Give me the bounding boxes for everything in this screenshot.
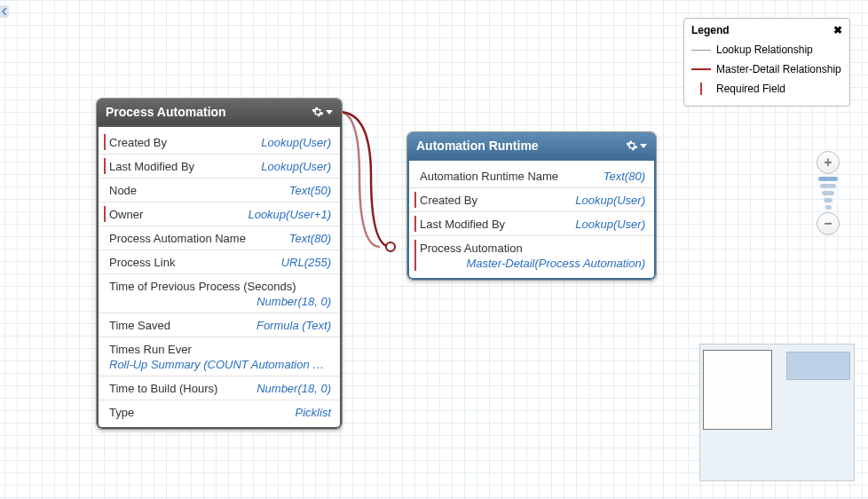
field-name: Automation Runtime Name: [420, 170, 558, 183]
field-row[interactable]: Time of Previous Process (Seconds)Number…: [99, 273, 340, 313]
required-mark-icon: [700, 83, 702, 95]
field-name: Process Link: [109, 256, 175, 269]
entity-fields: Created ByLookup(User)Last Modified ByLo…: [97, 125, 342, 429]
entity-menu-button[interactable]: [626, 139, 647, 152]
field-row[interactable]: Times Run EverRoll-Up Summary (COUNT Aut…: [99, 337, 340, 376]
field-row[interactable]: Time to Build (Hours)Number(18, 0): [99, 376, 340, 400]
field-name: Created By: [420, 194, 477, 207]
field-row[interactable]: TypePicklist: [99, 400, 340, 424]
zoom-in-button[interactable]: +: [817, 151, 840, 174]
legend-title: Legend: [691, 24, 730, 36]
entity-process-automation[interactable]: Process Automation Created ByLookup(User…: [96, 98, 343, 430]
field-type: Text(80): [289, 232, 331, 245]
field-type: Roll-Up Summary (COUNT Automation Runtim…: [109, 358, 331, 371]
field-type: Master-Detail(Process Automation): [420, 257, 645, 270]
legend-label: Lookup Relationship: [716, 44, 813, 56]
field-row[interactable]: Last Modified ByLookup(User): [99, 154, 340, 178]
field-name: Times Run Ever: [109, 343, 192, 356]
entity-menu-button[interactable]: [312, 106, 333, 118]
field-name: Node: [109, 184, 137, 197]
legend-row-master-detail: Master-Detail Relationship: [691, 59, 842, 79]
gear-icon: [312, 106, 324, 118]
field-name: Owner: [109, 208, 143, 221]
field-type: Lookup(User+1): [248, 208, 331, 221]
field-row[interactable]: Time SavedFormula (Text): [99, 313, 340, 337]
field-type: Text(80): [604, 170, 645, 183]
field-name: Time of Previous Process (Seconds): [109, 280, 296, 293]
field-name: Time Saved: [109, 319, 170, 332]
required-indicator: [414, 216, 416, 232]
zoom-step[interactable]: [818, 177, 838, 181]
gear-icon: [626, 139, 638, 152]
legend-row-required: Required Field: [691, 79, 842, 99]
field-name: Type: [109, 406, 134, 419]
zoom-step[interactable]: [822, 191, 834, 195]
field-name: Last Modified By: [420, 218, 505, 231]
zoom-controls: + −: [815, 151, 841, 235]
field-name: Time to Build (Hours): [109, 382, 217, 395]
required-indicator: [104, 134, 106, 150]
field-row[interactable]: Created ByLookup(User): [409, 187, 654, 211]
entity-header[interactable]: Automation Runtime: [407, 132, 656, 159]
field-type: Formula (Text): [256, 319, 331, 332]
field-name: Process Automation: [420, 242, 523, 255]
field-row[interactable]: Last Modified ByLookup(User): [409, 211, 654, 235]
minimap[interactable]: [699, 344, 855, 481]
master-detail-line-icon: [691, 68, 711, 70]
field-row[interactable]: Process Automation NameText(80): [99, 226, 340, 250]
lookup-line-icon: [691, 50, 711, 51]
minimap-object: [786, 352, 850, 380]
field-row[interactable]: NodeText(50): [99, 178, 340, 202]
entity-fields: Automation Runtime NameText(80)Created B…: [407, 159, 656, 280]
field-name: Last Modified By: [109, 160, 194, 173]
caret-down-icon: [640, 144, 647, 148]
field-type: Picklist: [296, 406, 331, 419]
legend-row-lookup: Lookup Relationship: [691, 40, 842, 59]
required-indicator: [104, 158, 106, 174]
minus-icon: −: [824, 216, 832, 232]
legend-label: Required Field: [716, 83, 785, 95]
field-row[interactable]: Process AutomationMaster-Detail(Process …: [409, 235, 654, 274]
zoom-out-button[interactable]: −: [817, 212, 840, 235]
collapse-panel-handle[interactable]: [0, 5, 9, 18]
zoom-step[interactable]: [825, 205, 832, 210]
field-type: URL(255): [281, 256, 331, 269]
required-indicator: [414, 192, 416, 208]
entity-header[interactable]: Process Automation: [97, 99, 342, 125]
zoom-step[interactable]: [824, 198, 832, 202]
field-type: Lookup(User): [575, 194, 645, 207]
field-type: Number(18, 0): [256, 382, 331, 395]
legend-panel: Legend ✖ Lookup Relationship Master-Deta…: [683, 18, 850, 107]
field-type: Lookup(User): [261, 136, 331, 149]
svg-point-0: [386, 242, 395, 251]
field-name: Created By: [109, 136, 167, 149]
minimap-viewport[interactable]: [703, 350, 772, 430]
legend-label: Master-Detail Relationship: [716, 63, 841, 75]
plus-icon: +: [824, 154, 832, 170]
field-name: Process Automation Name: [109, 232, 246, 245]
field-row[interactable]: OwnerLookup(User+1): [99, 202, 340, 226]
field-type: Lookup(User): [575, 218, 645, 231]
entity-title: Automation Runtime: [416, 139, 539, 153]
entity-automation-runtime[interactable]: Automation Runtime Automation Runtime Na…: [406, 131, 657, 281]
field-type: Number(18, 0): [109, 295, 331, 308]
required-indicator: [104, 206, 106, 222]
legend-close-icon[interactable]: ✖: [833, 24, 842, 36]
field-row[interactable]: Created ByLookup(User): [99, 131, 340, 154]
field-row[interactable]: Process LinkURL(255): [99, 250, 340, 273]
field-type: Text(50): [289, 184, 331, 197]
caret-down-icon: [326, 110, 333, 115]
entity-title: Process Automation: [106, 105, 226, 119]
relationship-connector: [337, 105, 417, 256]
field-type: Lookup(User): [261, 160, 331, 173]
zoom-step[interactable]: [820, 184, 836, 188]
field-row[interactable]: Automation Runtime NameText(80): [409, 164, 654, 187]
required-indicator: [414, 240, 416, 271]
